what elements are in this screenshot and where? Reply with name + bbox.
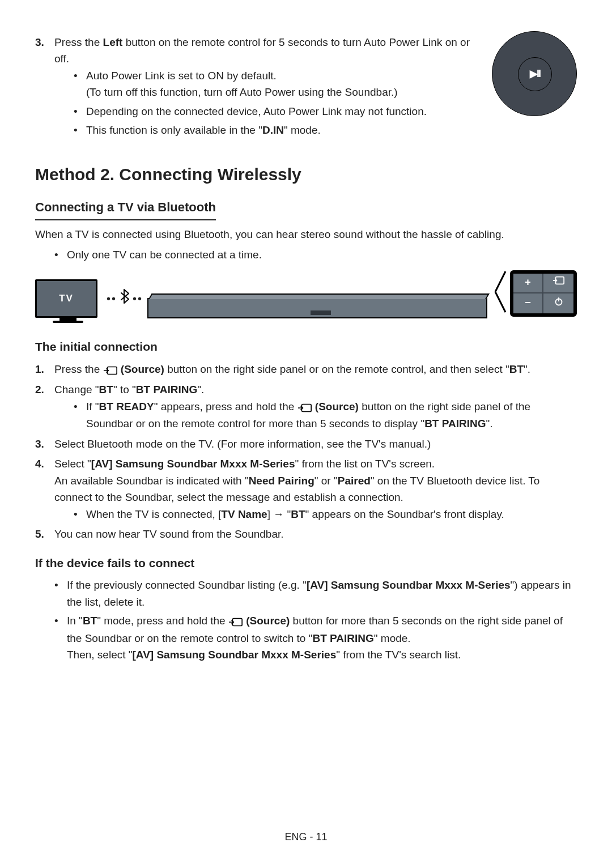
soundbar-display [311, 310, 331, 315]
heading-fails-to-connect: If the device fails to connect [35, 554, 577, 573]
remote-center-button: ▶II [518, 57, 552, 91]
callout-bracket [494, 268, 510, 318]
heading-method-2: Method 2. Connecting Wirelessly [35, 161, 577, 188]
step-1-num: 1. [35, 361, 44, 377]
step-5: 5. You can now hear TV sound from the So… [35, 526, 577, 542]
connection-diagram: TV •• •• + − [35, 273, 577, 324]
tv-label: TV [59, 291, 74, 306]
soundbar-body [147, 298, 487, 318]
step-2-sublist: If "BT READY" appears, press and hold th… [54, 398, 577, 432]
step-3-sublist: Auto Power Link is set to ON by default.… [54, 67, 475, 139]
step-3-text: Press the Left button on the remote cont… [54, 36, 470, 65]
bluetooth-icon [119, 288, 130, 309]
step-3-sub-1: Auto Power Link is set to ON by default.… [74, 67, 475, 101]
fail-bullet-2: In "BT" mode, press and hold the (Source… [54, 612, 577, 663]
step-1: 1. Press the (Source) button on the righ… [35, 361, 577, 378]
play-pause-icon: ▶II [530, 66, 540, 82]
step-3-num: 3. [35, 34, 44, 50]
initial-connection-steps: 1. Press the (Source) button on the righ… [35, 361, 577, 543]
step-4-sublist: When the TV is connected, [TV Name] → "B… [54, 506, 577, 522]
step-3b: 3. Select Bluetooth mode on the TV. (For… [35, 436, 577, 452]
step-2: 2. Change "BT" to "BT PAIRING". If "BT R… [35, 381, 577, 432]
bluetooth-intro-bullet: Only one TV can be connected at a time. [54, 246, 577, 263]
panel-power [543, 293, 573, 313]
step-4-sub: When the TV is connected, [TV Name] → "B… [74, 506, 577, 522]
step-2-sub: If "BT READY" appears, press and hold th… [74, 398, 577, 432]
fail-bullet-1: If the previously connected Soundbar lis… [54, 577, 577, 610]
bluetooth-intro-list: Only one TV can be connected at a time. [35, 246, 577, 263]
side-panel: + − [510, 270, 577, 317]
source-icon [552, 275, 565, 291]
soundbar-top-face [148, 293, 490, 299]
tv-illustration: TV [35, 279, 97, 318]
panel-volume-up: + [513, 274, 543, 293]
step-4-line2: An available Soundbar is indicated with … [54, 473, 577, 506]
side-panel-callout: + − [494, 268, 577, 318]
top-section: 3. Press the Left button on the remote c… [35, 34, 577, 142]
step-3b-num: 3. [35, 436, 44, 452]
step-3: 3. Press the Left button on the remote c… [35, 34, 475, 139]
step-3-sub-2: Depending on the connected device, Auto … [74, 103, 475, 120]
heading-initial-connection: The initial connection [35, 338, 577, 356]
page-footer: ENG - 11 [0, 829, 612, 845]
source-icon [298, 399, 312, 415]
step-2-num: 2. [35, 381, 44, 398]
source-icon [228, 613, 243, 629]
fail-list: If the previously connected Soundbar lis… [35, 577, 577, 663]
minus-icon: − [525, 295, 531, 311]
heading-connecting-bluetooth: Connecting a TV via Bluetooth [35, 198, 216, 220]
step-3-sub-3: This function is only available in the "… [74, 122, 475, 138]
step-4: 4. Select "[AV] Samsung Soundbar Mxxx M-… [35, 456, 577, 522]
power-icon [554, 295, 563, 311]
fail-bullet-2-then: Then, select "[AV] Samsung Soundbar Mxxx… [67, 646, 577, 663]
remote-dpad: ▶II [492, 31, 577, 116]
plus-icon: + [525, 275, 531, 291]
soundbar-illustration: + − [147, 279, 577, 318]
bluetooth-intro: When a TV is connected using Bluetooth, … [35, 226, 577, 242]
panel-volume-down: − [513, 293, 543, 313]
step-4-num: 4. [35, 456, 44, 472]
source-icon [103, 361, 118, 378]
panel-source [543, 274, 573, 293]
bluetooth-link: •• •• [107, 288, 143, 309]
remote-illustration: ▶II [486, 34, 577, 113]
step-5-num: 5. [35, 526, 44, 542]
step-3-block: 3. Press the Left button on the remote c… [35, 34, 486, 142]
